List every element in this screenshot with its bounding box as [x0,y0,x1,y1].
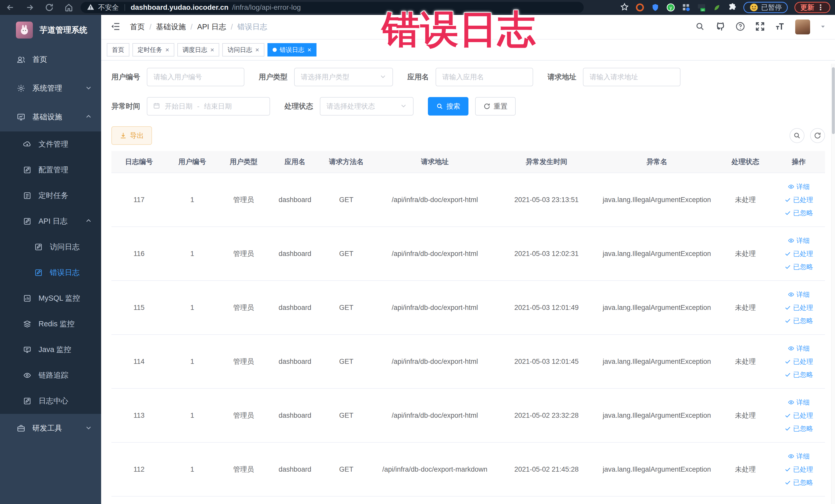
sidebar-toggle-icon[interactable] [110,21,121,33]
sidebar-item-log-center[interactable]: 日志中心 [0,388,101,414]
app-logo[interactable]: 芋道管理系统 [0,15,101,45]
user-type-select[interactable]: 请选择用户类型 [294,68,393,86]
logo-avatar [16,22,33,39]
font-size-icon[interactable] [775,21,786,33]
bookmark-star-icon[interactable] [620,3,629,12]
sidebar-item-scheduled-jobs[interactable]: 定时任务 [0,183,101,208]
tab-schedule-log[interactable]: 调度日志× [177,43,219,57]
job-icon [23,191,32,200]
mark-ignored-link[interactable]: 已忽略 [785,478,813,487]
check-icon [785,358,791,365]
extensions-puzzle-icon[interactable] [728,3,737,12]
sidebar-item-label: 首页 [32,55,47,65]
breadcrumb-separator: / [149,23,151,31]
close-icon[interactable]: × [307,46,311,54]
detail-link[interactable]: 详细 [788,290,810,299]
sidebar-item-label: API 日志 [39,216,67,226]
home-nav-icon[interactable] [64,3,74,12]
tab-home[interactable]: 首页× [107,43,129,57]
detail-link[interactable]: 详细 [788,344,810,353]
sidebar-item-dev-tools[interactable]: 研发工具 [0,414,101,443]
profile-paused-badge[interactable]: 已暂停 [744,2,788,13]
mark-processed-link[interactable]: 已处理 [785,195,813,204]
tab-error-log[interactable]: 错误日志× [267,43,317,57]
process-status-select[interactable]: 请选择处理状态 [320,97,413,116]
search-icon[interactable] [695,22,705,32]
mark-ignored-link[interactable]: 已忽略 [785,316,813,325]
browser-update-button[interactable]: 更新 ⋮ [794,2,830,13]
eye-icon [788,183,794,190]
mark-processed-link[interactable]: 已处理 [785,411,813,420]
user-id-input[interactable] [147,68,244,86]
sidebar-item-infrastructure[interactable]: 基础设施 [0,103,101,132]
mark-ignored-link[interactable]: 已忽略 [785,370,813,379]
cell-id: 115 [111,281,167,334]
scrollbar-thumb[interactable] [832,67,835,134]
reload-icon[interactable] [45,3,54,12]
table-row: 1121管理员dashboardGET/api/infra/db-doc/exp… [111,443,825,497]
breadcrumb-api-log[interactable]: API 日志 [197,22,226,32]
cell-user-type: 管理员 [218,335,269,388]
profile-emoji-icon [749,3,758,12]
sidebar-item-redis-monitor[interactable]: Redis 监控 [0,311,101,337]
error-log-icon [34,268,43,277]
cell-user-id: 1 [167,281,218,334]
extension-grid-icon[interactable] [682,3,691,12]
browser-menu-icon[interactable]: ⋮ [817,6,824,9]
detail-link[interactable]: 详细 [788,452,810,461]
eye-icon [788,453,794,460]
mark-processed-link[interactable]: 已处理 [785,465,813,474]
request-url-input[interactable] [583,68,680,86]
scrollbar[interactable] [831,64,835,504]
mark-processed-link[interactable]: 已处理 [785,249,813,258]
breadcrumb-infra[interactable]: 基础设施 [156,22,186,32]
table-row: 1131管理员dashboardGET/api/infra/db-doc/exp… [111,389,825,443]
export-button[interactable]: 导出 [111,126,152,145]
extension-adblock-icon[interactable] [635,3,644,12]
refresh-table-button[interactable] [810,128,825,143]
app-name-input[interactable] [435,68,533,86]
sidebar-item-api-log[interactable]: API 日志 [0,208,101,234]
mark-ignored-link[interactable]: 已忽略 [785,262,813,271]
user-avatar[interactable] [795,20,810,35]
sidebar-item-java-monitor[interactable]: Java 监控 [0,337,101,363]
sidebar-item-home[interactable]: 首页 [0,45,101,74]
mark-ignored-link[interactable]: 已忽略 [785,208,813,218]
mark-processed-link[interactable]: 已处理 [785,303,813,312]
search-button[interactable]: 搜索 [428,97,468,116]
sidebar-item-file-manage[interactable]: 文件管理 [0,132,101,157]
extension-on-badge-icon[interactable]: on [697,3,706,12]
url-bar[interactable]: 不安全 dashboard.yudao.iocoder.cn/infra/log… [81,2,584,13]
extension-y-icon[interactable]: y [666,3,675,12]
reset-button[interactable]: 重置 [475,97,516,116]
cell-actions: 详细已处理已忽略 [772,281,825,334]
tab-access-log[interactable]: 访问日志× [222,43,264,57]
extension-shield-icon[interactable] [651,3,660,12]
sidebar-item-access-log[interactable]: 访问日志 [0,234,101,260]
close-icon[interactable]: × [165,46,169,54]
breadcrumb-home[interactable]: 首页 [130,22,145,32]
close-icon[interactable]: × [210,46,214,54]
user-menu-caret-icon[interactable] [820,23,826,31]
detail-link[interactable]: 详细 [788,182,810,191]
mark-ignored-link[interactable]: 已忽略 [785,424,813,433]
detail-link[interactable]: 详细 [788,398,810,407]
sidebar-item-system[interactable]: 系统管理 [0,74,101,103]
extension-leaf-icon[interactable] [713,3,721,12]
mark-processed-link[interactable]: 已处理 [785,357,813,366]
tab-scheduled-jobs[interactable]: 定时任务× [133,43,174,57]
fullscreen-icon[interactable] [755,22,765,32]
sidebar-item-config-manage[interactable]: 配置管理 [0,157,101,183]
toggle-search-button[interactable] [790,128,805,143]
sidebar-item-trace[interactable]: 链路追踪 [0,363,101,388]
sidebar-item-label: 系统管理 [32,83,62,94]
forward-icon[interactable] [25,3,34,12]
github-icon[interactable] [715,21,726,33]
sidebar-item-error-log[interactable]: 错误日志 [0,260,101,285]
close-icon[interactable]: × [255,46,259,54]
help-icon[interactable] [735,21,746,33]
sidebar-item-mysql-monitor[interactable]: MySQL 监控 [0,285,101,311]
back-icon[interactable] [6,3,15,12]
exception-time-range-picker[interactable]: 开始日期 - 结束日期 [147,97,270,116]
detail-link[interactable]: 详细 [788,236,810,245]
